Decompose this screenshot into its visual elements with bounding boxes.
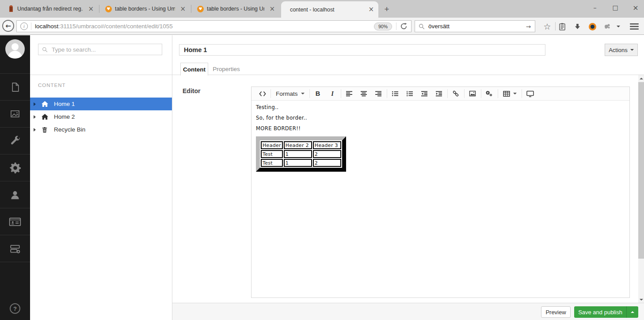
table-header-cell: Header (261, 141, 283, 149)
scrollbar-thumb[interactable] (638, 82, 644, 259)
divider (30, 75, 644, 75)
preview-button[interactable]: Preview (541, 306, 571, 318)
tree-search-box[interactable] (38, 44, 162, 55)
downloads-icon[interactable] (572, 21, 583, 32)
sidebar-item-content[interactable] (0, 81, 30, 93)
addon-overflow-caret-icon[interactable] (615, 21, 621, 32)
formats-dropdown[interactable]: Formats (272, 87, 309, 100)
sidebar-item-users[interactable] (0, 189, 30, 201)
divider (387, 89, 387, 98)
user-avatar[interactable] (5, 39, 25, 59)
align-right-button[interactable] (371, 87, 386, 100)
table-cell: 2 (313, 150, 341, 158)
outdent-button[interactable] (417, 87, 432, 100)
tab-close-button[interactable]: × (269, 6, 275, 12)
align-left-button[interactable] (342, 87, 357, 100)
scroll-up-arrow[interactable] (638, 75, 644, 82)
bullet-list-button[interactable] (388, 87, 403, 100)
align-right-icon (375, 90, 382, 97)
expander-caret-icon[interactable] (34, 128, 38, 132)
minimize-button[interactable]: – (591, 3, 599, 12)
reload-button[interactable] (400, 23, 408, 30)
table-row: Test 1 2 (261, 159, 341, 167)
library-clipboard-icon[interactable] (557, 21, 568, 32)
url-bar[interactable]: i localhost :31115/umbraco#/content/cont… (16, 20, 412, 32)
expander-caret-icon[interactable] (34, 102, 38, 106)
new-tab-button[interactable]: + (381, 4, 392, 15)
tab-content[interactable]: Content (180, 63, 208, 75)
browser-tab-active[interactable]: content - localhost × (281, 1, 378, 18)
menu-hamburger-icon[interactable] (628, 21, 641, 32)
back-button[interactable]: ← (2, 20, 14, 32)
sidebar-item-settings[interactable] (0, 135, 30, 147)
tree-item-recycle-bin[interactable]: Recycle Bin (30, 123, 172, 136)
table-cell: 1 (284, 159, 312, 167)
divider (0, 127, 30, 128)
sidebar-item-media[interactable] (0, 109, 30, 119)
close-button[interactable]: × (631, 3, 640, 12)
source-code-button[interactable] (255, 87, 270, 100)
page-title-input[interactable] (179, 44, 545, 56)
insert-image-button[interactable] (465, 87, 480, 100)
actions-button[interactable]: Actions (605, 44, 638, 56)
tab-close-button[interactable]: × (180, 6, 186, 12)
insert-macro-button[interactable] (482, 87, 497, 100)
tree-item-home1[interactable]: Home 1 (30, 98, 172, 110)
rte-content[interactable]: Testing.. So, for the border.. MORE BORD… (252, 101, 629, 298)
divider (396, 23, 396, 30)
fullscreen-button[interactable] (523, 87, 537, 100)
bookmark-star-icon[interactable]: ☆ (542, 21, 553, 32)
numbered-list-button[interactable] (403, 87, 417, 100)
formats-label: Formats (276, 90, 298, 97)
expander-caret-icon[interactable] (34, 115, 38, 119)
save-label[interactable]: Save and publish (574, 306, 626, 318)
page-scrollbar[interactable] (638, 75, 644, 303)
browser-tab[interactable]: ♥ table borders - Using Umb... × (101, 0, 190, 18)
table-cell: 2 (313, 159, 341, 167)
divider (498, 89, 498, 98)
bold-button[interactable]: B (311, 87, 325, 100)
divider (0, 262, 30, 262)
search-go-icon[interactable]: → (526, 23, 531, 30)
save-options-caret[interactable] (626, 306, 638, 318)
tab-properties[interactable]: Properties (210, 63, 243, 75)
tab-close-button[interactable]: × (88, 6, 94, 12)
table-header-cell: Header 2 (284, 141, 312, 149)
divider (447, 89, 448, 98)
addon-orange-icon[interactable] (587, 21, 598, 32)
tab-title: table borders - Using Umb... (115, 6, 175, 12)
browser-tab[interactable]: Undantag från redirect reg... × (4, 0, 98, 18)
italic-button[interactable]: I (325, 87, 340, 100)
search-bar[interactable]: översätt → (415, 20, 535, 32)
tree-item-home2[interactable]: Home 2 (30, 110, 172, 123)
tab-close-button[interactable]: × (368, 6, 374, 13)
addon-gray-icon[interactable] (602, 21, 613, 32)
sidebar-item-developer[interactable] (0, 162, 30, 174)
insert-link-button[interactable] (449, 87, 463, 100)
divider (172, 35, 172, 320)
reload-icon (400, 23, 408, 30)
site-info-icon[interactable]: i (20, 23, 28, 30)
align-center-button[interactable] (357, 87, 371, 100)
table-header-cell: Header 3 (313, 141, 341, 149)
tree-section-label: CONTENT (38, 83, 66, 88)
maximize-button[interactable]: □ (611, 3, 620, 12)
table-dropdown-button[interactable] (499, 87, 521, 100)
sidebar-item-members[interactable] (0, 217, 30, 227)
rich-text-editor: Formats B I (251, 87, 630, 298)
sidebar-item-forms[interactable] (0, 243, 30, 255)
tree-search-input[interactable] (51, 46, 158, 53)
align-center-icon (360, 90, 367, 97)
divider (0, 181, 30, 181)
help-button[interactable]: ? (10, 303, 20, 314)
zoom-level-badge[interactable]: 90% (374, 23, 392, 30)
tab-title: Undantag från redirect reg... (17, 6, 83, 12)
save-and-publish-button[interactable]: Save and publish (574, 306, 638, 318)
indent-button[interactable] (432, 87, 446, 100)
code-icon (259, 91, 266, 97)
scroll-down-arrow[interactable] (638, 296, 644, 303)
id-card-icon (9, 217, 21, 227)
browser-tab[interactable]: ♥ table borders - Using Umb... × (193, 0, 279, 18)
table-cell: Test (261, 150, 283, 158)
divider (31, 23, 31, 30)
